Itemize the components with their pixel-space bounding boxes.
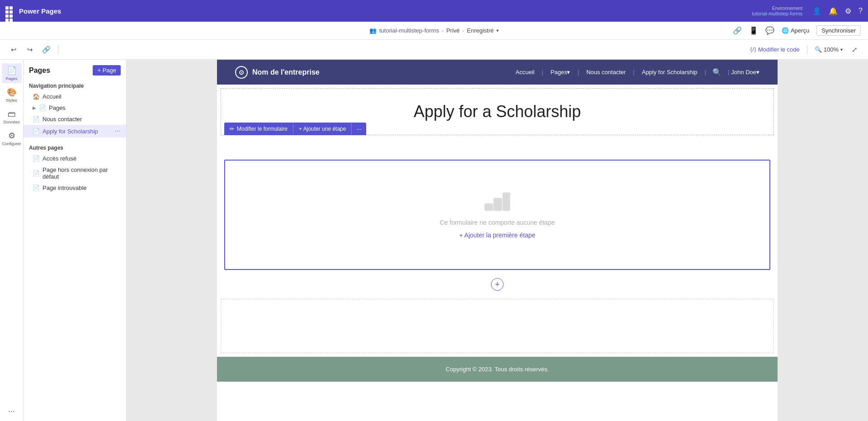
- settings-icon[interactable]: ⚙: [845, 7, 851, 15]
- empty-content-area: [221, 299, 774, 353]
- svg-rect-1: [494, 198, 502, 211]
- pages-icon: 📄: [39, 104, 46, 111]
- user-menu[interactable]: John Doe▾: [731, 69, 760, 76]
- preview-icon: 🌐: [782, 27, 789, 34]
- code-icon: ⟨/⟩: [750, 46, 756, 53]
- undo-button[interactable]: ↩: [7, 43, 20, 56]
- site-users-icon: 👥: [369, 27, 377, 34]
- nav-link-scholarship[interactable]: Apply for Scholarship: [637, 69, 703, 76]
- nav-sep3: |: [633, 69, 634, 76]
- add-first-step-link[interactable]: + Ajouter la première étape: [459, 232, 536, 239]
- editor-toolbar: ↩ ↪ 🔗 ⟨/⟩ Modifier le code 🔍 100% ▾ ⤢: [0, 40, 868, 60]
- nav-notfound-label: Page introuvable: [42, 184, 87, 191]
- pages-panel-title: Pages: [29, 66, 50, 75]
- nav-pages-label: Pages: [49, 104, 66, 111]
- zoom-icon: 🔍: [815, 46, 822, 53]
- sidebar-item-pages[interactable]: 📄 Pages: [2, 63, 22, 83]
- add-section-area: +: [221, 274, 774, 295]
- redo-button[interactable]: ↪: [24, 43, 36, 56]
- nav-item-access-denied[interactable]: 📄 Accès refusé: [24, 153, 126, 164]
- styles-label: Styles: [6, 98, 17, 103]
- app-title: Power Pages: [19, 7, 61, 15]
- sync-button[interactable]: Synchroniser: [816, 25, 861, 36]
- add-step-button[interactable]: + Ajouter une étape: [293, 123, 352, 135]
- preview-label: Aperçu: [791, 27, 809, 34]
- add-step-label: + Ajouter une étape: [299, 126, 346, 132]
- website-preview: ⊙ Nom de l'entreprise Accueil | Pages▾ |…: [217, 60, 778, 421]
- nav-item-more-btn[interactable]: ···: [115, 127, 121, 135]
- env-name: tutorial-multistep-forms: [752, 11, 802, 16]
- device-icon[interactable]: 📱: [749, 26, 758, 35]
- data-label: Données: [3, 120, 19, 124]
- home-icon: 🏠: [33, 93, 40, 100]
- site-logo: ⊙ Nom de l'entreprise: [235, 66, 320, 79]
- edit-code-button[interactable]: ⟨/⟩ Modifier le code: [750, 46, 799, 53]
- comment-icon[interactable]: 💬: [765, 26, 774, 35]
- expand-icon: ▶: [33, 105, 36, 110]
- contact-icon: 📄: [33, 116, 40, 123]
- access-denied-icon: 📄: [33, 155, 40, 162]
- external-link-icon[interactable]: 🔗: [733, 26, 742, 35]
- edit-form-label: Modifier le formulaire: [237, 126, 288, 132]
- pages-nav-label: Pages: [6, 76, 18, 81]
- offline-icon: 📄: [33, 170, 40, 177]
- add-section-button[interactable]: +: [491, 278, 504, 291]
- site-name-link[interactable]: tutorial-multistep-forms: [379, 27, 439, 34]
- nav-item-accueil[interactable]: 🏠 Accueil: [24, 91, 126, 102]
- fullscreen-button[interactable]: ⤢: [848, 43, 861, 56]
- nav-item-contact[interactable]: 📄 Nous contacter: [24, 114, 126, 125]
- link-button[interactable]: 🔗: [40, 43, 52, 56]
- sidebar-item-configure[interactable]: ⚙ Configurer: [2, 128, 22, 148]
- nav-item-notfound[interactable]: 📄 Page introuvable: [24, 182, 126, 194]
- nav-link-accueil[interactable]: Accueil: [510, 69, 540, 76]
- user-icon[interactable]: 👤: [812, 7, 821, 15]
- edit-form-icon: ✏: [230, 126, 234, 132]
- form-empty-text: Ce formulaire ne comporte aucune étape: [440, 219, 555, 226]
- form-section: Ce formulaire ne comporte aucune étape +…: [224, 160, 770, 270]
- sidebar-item-styles[interactable]: 🎨 Styles: [2, 85, 22, 105]
- notification-icon[interactable]: 🔔: [829, 7, 838, 15]
- main-nav-label: Navigation principale: [24, 80, 126, 91]
- nav-access-label: Accès refusé: [42, 155, 76, 162]
- dropdown-icon[interactable]: ▾: [496, 28, 499, 33]
- env-label: Environnement: [772, 6, 802, 11]
- site-logo-text: Nom de l'entreprise: [252, 68, 320, 76]
- add-page-label: + Page: [97, 67, 116, 74]
- configure-label: Configurer: [2, 142, 21, 146]
- topbar: Power Pages Environnement tutorial-multi…: [0, 0, 868, 22]
- nav-item-pages[interactable]: ▶ 📄 Pages: [24, 102, 126, 114]
- form-empty-state: Ce formulaire ne comporte aucune étape +…: [225, 161, 769, 269]
- site-nav-links: Accueil | Pages▾ | Nous contacter | Appl…: [510, 68, 760, 76]
- toolbar-right: ⟨/⟩ Modifier le code 🔍 100% ▾ ⤢: [750, 43, 861, 56]
- nav-scholarship-label: Apply for Scholarship: [42, 128, 98, 135]
- nav-item-scholarship[interactable]: 📄 Apply for Scholarship ···: [24, 125, 126, 137]
- sidebar-item-data[interactable]: 🗃 Données: [2, 107, 22, 127]
- scholarship-icon: 📄: [33, 128, 40, 135]
- search-icon[interactable]: 🔍: [708, 68, 726, 76]
- toolbar-separator: [58, 45, 58, 54]
- zoom-label: 100%: [824, 46, 839, 53]
- more-icon[interactable]: ···: [2, 401, 22, 421]
- form-container: ✏ Modifier le formulaire + Ajouter une é…: [221, 139, 774, 295]
- nav-link-pages[interactable]: Pages▾: [545, 69, 576, 76]
- content-area: ⊙ Nom de l'entreprise Accueil | Pages▾ |…: [127, 60, 868, 421]
- main-layout: 📄 Pages 🎨 Styles 🗃 Données ⚙ Configurer …: [0, 60, 868, 421]
- edit-form-button[interactable]: ✏ Modifier le formulaire: [224, 123, 293, 135]
- form-more-button[interactable]: ···: [352, 123, 366, 135]
- site-navbar: ⊙ Nom de l'entreprise Accueil | Pages▾ |…: [217, 60, 778, 85]
- nav-sep2: |: [578, 69, 579, 76]
- environment-info: Environnement tutorial-multistep-forms: [752, 6, 802, 16]
- svg-rect-2: [503, 193, 510, 211]
- add-page-button[interactable]: + Page: [93, 65, 121, 76]
- help-icon[interactable]: ?: [859, 7, 863, 15]
- nav-link-contact[interactable]: Nous contacter: [581, 69, 631, 76]
- sep1: -: [442, 28, 443, 34]
- nav-item-offline[interactable]: 📄 Page hors connexion par défaut: [24, 164, 126, 182]
- apps-icon[interactable]: [5, 6, 14, 15]
- styles-icon: 🎨: [7, 87, 17, 97]
- zoom-control[interactable]: 🔍 100% ▾: [815, 46, 843, 53]
- nav-offline-label: Page hors connexion par défaut: [42, 166, 121, 180]
- preview-button[interactable]: 🌐 Aperçu: [782, 27, 809, 34]
- nav-sep1: |: [542, 69, 543, 76]
- secondbar-right: 🔗 📱 💬 🌐 Aperçu Synchroniser: [733, 25, 861, 36]
